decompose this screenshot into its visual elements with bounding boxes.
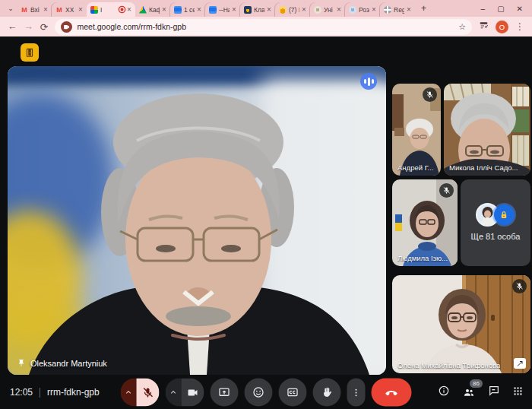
lock-icon <box>494 204 515 225</box>
tab-label: XX - <box>65 6 76 14</box>
camera-button[interactable] <box>182 379 204 407</box>
participant-tile[interactable]: Людмила Ізю... <box>392 179 458 266</box>
tab-close-icon[interactable]: ✕ <box>302 6 306 13</box>
raise-hand-button[interactable] <box>313 379 341 407</box>
back-icon[interactable]: ← <box>8 21 17 32</box>
participant-name: Олена Михайлівна Трифонова <box>397 361 500 369</box>
tab-label: І <box>100 6 117 14</box>
participants-panel-icon[interactable]: 86 <box>462 386 476 398</box>
globe-icon <box>384 6 391 14</box>
tab-label: Каф <box>149 6 160 14</box>
overflow-participants-tile[interactable]: Ще 81 особа <box>461 179 530 266</box>
browser-tab[interactable]: (7) І✕ <box>275 2 310 17</box>
tab-label: (7) І <box>289 6 299 14</box>
participant-tile[interactable]: Олена Михайлівна Трифонова <box>392 275 530 373</box>
reload-icon[interactable]: ⟳ <box>40 21 48 33</box>
participant-name: Микола Ілліч Садо... <box>449 163 518 172</box>
tab-close-icon[interactable]: ✕ <box>372 6 376 13</box>
captions-button[interactable] <box>279 379 307 407</box>
browser-tab[interactable]: І✕ <box>87 2 135 17</box>
browser-tab[interactable]: --На✕ <box>205 2 240 17</box>
browser-tab[interactable]: Reg✕ <box>380 2 415 17</box>
uni-icon <box>314 6 321 14</box>
mic-off-icon <box>512 279 527 293</box>
participant-video <box>392 275 530 373</box>
browser-tab-strip: ⌄ MВхі✕MXX -✕І✕Каф✕1 се✕--На✕Кла✕(7) І✕У… <box>0 0 532 17</box>
mic-options-chevron-icon[interactable] <box>121 379 137 407</box>
gmail-icon: M <box>55 6 63 14</box>
tab-close-icon[interactable]: ✕ <box>162 6 166 13</box>
docs-icon <box>174 6 182 14</box>
camera-options-chevron-icon[interactable] <box>166 379 182 407</box>
window-close-button[interactable]: ✕ <box>517 5 523 13</box>
participant-tile[interactable]: Микола Ілліч Садо... <box>444 84 530 176</box>
meeting-code: rrm-fdkn-gpb <box>47 387 100 398</box>
photos-icon <box>279 6 287 14</box>
participant-count-badge: 86 <box>470 379 483 388</box>
window-maximize-button[interactable]: ▢ <box>497 5 504 13</box>
new-tab-button[interactable]: + <box>415 3 432 14</box>
participant-video <box>444 84 530 176</box>
door-icon[interactable] <box>21 43 39 62</box>
clock-time: 12:05 <box>10 387 33 398</box>
browser-tab[interactable]: Роз✕ <box>345 2 380 17</box>
tab-list: MВхі✕MXX -✕І✕Каф✕1 се✕--На✕Кла✕(7) І✕Уні… <box>17 0 415 17</box>
end-call-button[interactable] <box>372 379 412 407</box>
main-video-frame <box>8 66 386 375</box>
window-minimize-button[interactable]: – <box>481 5 486 13</box>
tab-close-icon[interactable]: ✕ <box>43 6 48 13</box>
tab-label: Уні <box>324 6 334 14</box>
divider <box>40 388 40 398</box>
tab-scroll-chevron-icon[interactable]: ⌄ <box>5 2 17 14</box>
audio-activity-icon <box>360 73 377 90</box>
meet-page: Oleksandr Martyniuk Андрей Г... <box>0 36 532 376</box>
main-name-label: Oleksandr Martyniuk <box>17 359 107 368</box>
mic-off-icon <box>439 183 454 198</box>
tab-close-icon[interactable]: ✕ <box>197 6 201 13</box>
tab-label: Роз <box>359 6 369 14</box>
main-video-tile[interactable]: Oleksandr Martyniuk <box>8 66 386 375</box>
profile-avatar[interactable]: О <box>496 21 508 33</box>
participant-name: Андрей Г... <box>397 163 434 172</box>
classroom-icon <box>244 6 252 14</box>
tab-close-icon[interactable]: ✕ <box>267 6 271 13</box>
drive-icon <box>139 6 147 14</box>
browser-tab[interactable]: MВхі✕ <box>17 2 52 17</box>
overflow-count-label: Ще 81 особа <box>471 232 521 241</box>
browser-menu-icon[interactable]: ⋮ <box>515 21 524 32</box>
reactions-button[interactable] <box>245 379 273 407</box>
tab-label: --На <box>219 6 230 14</box>
tab-label: Кла <box>254 6 264 14</box>
present-screen-button[interactable] <box>211 379 239 407</box>
docs-icon <box>209 6 217 14</box>
extension-icon[interactable] <box>479 20 489 33</box>
activities-grid-icon[interactable] <box>512 385 524 400</box>
mic-mute-button[interactable] <box>137 379 160 407</box>
meet-icon <box>90 6 98 14</box>
browser-tab[interactable]: Уні✕ <box>310 2 345 17</box>
browser-tab[interactable]: Каф✕ <box>135 2 170 17</box>
browser-tab[interactable]: 1 се✕ <box>170 2 205 17</box>
tab-close-icon[interactable]: ✕ <box>78 6 83 13</box>
mic-off-icon <box>423 87 437 102</box>
browser-tab[interactable]: MXX -✕ <box>52 2 87 17</box>
expand-tile-icon[interactable] <box>514 358 526 369</box>
tab-close-icon[interactable]: ✕ <box>337 6 341 13</box>
more-options-icon[interactable] <box>347 379 366 407</box>
browser-toolbar: ← → ⟳ meet.google.com/rrm-fdkn-gpb ☆ О ⋮ <box>0 17 532 36</box>
participant-name: Людмила Ізю... <box>397 254 448 262</box>
bookmark-star-icon[interactable]: ☆ <box>458 22 466 32</box>
forward-icon[interactable]: → <box>24 21 34 32</box>
participant-tile[interactable]: Андрей Г... <box>392 84 441 176</box>
recording-indicator-icon <box>119 7 125 12</box>
site-favicon-meet-icon <box>61 21 72 33</box>
tab-close-icon[interactable]: ✕ <box>127 6 131 13</box>
tab-close-icon[interactable]: ✕ <box>232 6 236 13</box>
tab-close-icon[interactable]: ✕ <box>407 6 411 13</box>
meeting-info-icon[interactable] <box>438 385 450 400</box>
chat-panel-icon[interactable] <box>488 385 500 400</box>
browser-tab[interactable]: Кла✕ <box>240 2 275 17</box>
pin-icon <box>17 359 26 368</box>
url-text: meet.google.com/rrm-fdkn-gpb <box>77 22 454 31</box>
address-bar[interactable]: meet.google.com/rrm-fdkn-gpb ☆ <box>55 19 472 35</box>
